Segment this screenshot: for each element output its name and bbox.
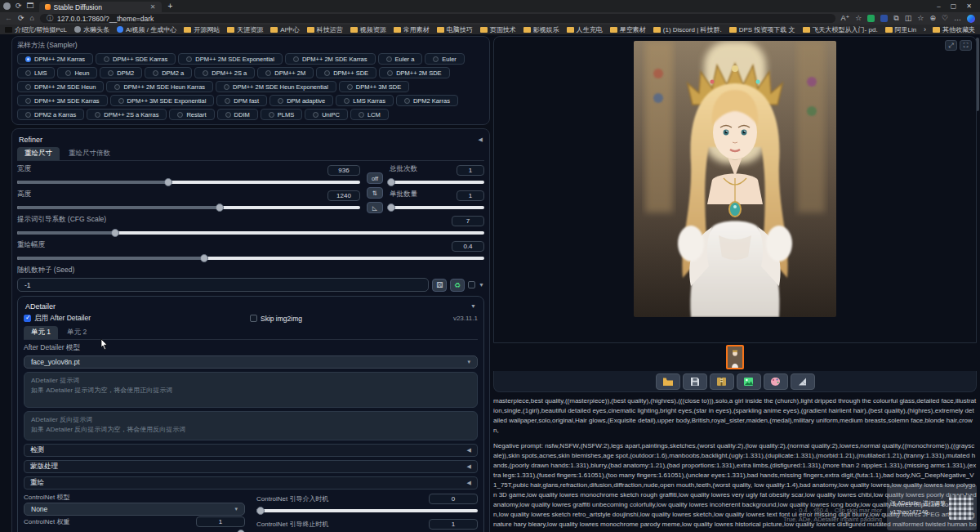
sampler-option[interactable]: DDIM — [217, 109, 258, 120]
sampler-option[interactable]: DPM++ 3M SDE Exponential — [110, 95, 215, 106]
bookmark-item[interactable]: DPS 投资项下载 文 — [729, 25, 795, 34]
bookmark-item[interactable]: AI视频 / 生成中心 — [117, 25, 176, 34]
seed-input[interactable]: -1 — [17, 278, 429, 292]
sampler-option[interactable]: PLMS — [261, 109, 302, 120]
sampler-option[interactable]: DPM++ 2M — [257, 67, 314, 78]
aspect-off-button[interactable]: off — [367, 172, 383, 184]
controlnet-start-input[interactable]: 0 — [429, 494, 478, 504]
maximize-button[interactable]: ▢ — [951, 2, 957, 10]
settings-more-icon[interactable]: … — [954, 15, 961, 22]
capture-icon[interactable]: ⊕ — [929, 15, 936, 22]
controlnet-model-dropdown[interactable]: None▾ — [24, 503, 245, 516]
extension-icon[interactable] — [880, 15, 888, 22]
bookmark-item[interactable]: 科技运营 — [307, 25, 343, 34]
cfg-slider[interactable] — [17, 231, 484, 235]
send-to-img2img-button[interactable] — [737, 373, 761, 390]
height-input[interactable]: 1240 — [327, 190, 360, 201]
tab-resize-to[interactable]: 重绘尺寸 — [17, 147, 60, 160]
controlnet-start-slider[interactable] — [256, 509, 478, 512]
sampler-option[interactable]: DPM++ SDE — [316, 67, 376, 78]
width-input[interactable]: 936 — [327, 165, 360, 176]
fullscreen-icon[interactable]: ⛶ — [960, 40, 972, 51]
generated-image[interactable] — [634, 41, 836, 317]
cfg-input[interactable]: 7 — [452, 216, 484, 226]
height-slider[interactable] — [17, 206, 360, 209]
sampler-option[interactable]: DPM++ 2S a — [194, 67, 255, 78]
swap-dimensions-icon[interactable]: ⇅ — [367, 187, 383, 199]
browser-tab[interactable]: Stable Diffusion ✕ — [39, 2, 162, 12]
extra-seed-checkbox[interactable] — [468, 281, 475, 288]
sampler-option[interactable]: DPM++ 2S a Karras — [87, 109, 167, 120]
controlnet-end-input[interactable]: 1 — [429, 519, 478, 530]
minimize-button[interactable]: – — [937, 2, 940, 10]
bookmark-item[interactable]: 介绍完/帮拍摄PcL — [5, 25, 67, 34]
bookmark-item[interactable]: 天涯资源 — [227, 25, 263, 34]
controlnet-weight-input[interactable]: 1 — [196, 516, 245, 527]
sampler-option[interactable]: LMS Karras — [336, 95, 394, 106]
bookmark-item[interactable]: 水獭头条 — [74, 25, 109, 34]
sampler-option[interactable]: DPM++ 2M Karras — [17, 53, 93, 65]
bookmark-item[interactable]: 页面技术 — [480, 25, 516, 34]
send-to-inpaint-button[interactable] — [764, 373, 788, 390]
close-window-button[interactable]: ✕ — [966, 2, 972, 10]
sampler-option[interactable]: Restart — [169, 109, 214, 120]
sampler-option[interactable]: DPM++ 3M SDE Karras — [17, 95, 108, 106]
sampler-option[interactable]: DPM++ 3M SDE — [339, 81, 409, 92]
new-tab-button[interactable]: + — [168, 2, 173, 11]
denoise-slider[interactable] — [17, 257, 484, 260]
inpainting-section-bar[interactable]: 重绘◀ — [24, 476, 478, 490]
sampler-option[interactable]: LCM — [350, 109, 389, 120]
save-zip-button[interactable] — [710, 373, 734, 390]
sampler-option[interactable]: DPM++ 2M SDE Exponential — [178, 53, 283, 65]
collections-icon[interactable]: ⧉ — [893, 15, 898, 22]
tab-unit-1[interactable]: 单元 1 — [24, 326, 58, 339]
sampler-option[interactable]: DPM adaptive — [270, 95, 333, 106]
width-slider[interactable] — [17, 181, 360, 184]
bookmark-item[interactable]: 星空素材 — [610, 25, 646, 34]
favorite-star-icon[interactable]: ☆ — [855, 15, 862, 22]
sampler-option[interactable]: DPM++ 2M SDE Heun — [17, 81, 104, 92]
sampler-option[interactable]: DPM++ SDE Karras — [96, 53, 176, 65]
adetailer-negative-textarea[interactable]: ADetailer 反向提示词 如果 ADetailer 反向提示词为空，将会使… — [24, 411, 478, 440]
favorites-bar-icon[interactable]: ☆ — [917, 15, 924, 22]
sampler-option[interactable]: DPM++ 2M SDE Heun Karras — [106, 81, 213, 92]
bookmark-item[interactable]: 阿里Linux训练环境. — [885, 25, 916, 34]
refiner-header[interactable]: Refiner◀ — [17, 133, 484, 145]
sampler-option[interactable]: LMS — [17, 67, 55, 78]
detect-size-icon[interactable]: ◺ — [367, 202, 383, 213]
split-screen-icon[interactable]: ◫ — [905, 15, 912, 22]
sampler-option[interactable]: DPM++ 2M SDE Heun Exponential — [216, 81, 336, 92]
save-image-button[interactable] — [683, 373, 707, 390]
other-favorites-folder[interactable]: 其他收藏夹 — [933, 25, 975, 34]
sampler-option[interactable]: UniPC — [305, 109, 348, 120]
tab-unit-2[interactable]: 单元 2 — [60, 326, 94, 339]
adetailer-prompt-textarea[interactable]: ADetailer 提示词 如果 ADetailer 提示词为空，将会使用正向提… — [24, 372, 478, 408]
adetailer-header[interactable]: ADetailer▼ — [24, 300, 478, 312]
batch-size-input[interactable]: 1 — [457, 190, 484, 201]
site-info-icon[interactable]: ⓘ — [47, 14, 53, 23]
send-to-extras-button[interactable] — [791, 373, 815, 390]
tab-actions-icon[interactable]: ⟳ — [16, 2, 22, 10]
tab-resize-by[interactable]: 重绘尺寸倍数 — [61, 147, 118, 160]
address-bar[interactable]: ⓘ 127.0.0.1:7860/?__theme=dark — [40, 14, 835, 23]
read-aloud-icon[interactable]: A⁺ — [841, 15, 850, 22]
profile-avatar-icon[interactable] — [3, 2, 11, 10]
expand-image-icon[interactable]: ⤢ — [945, 40, 957, 51]
enable-adetailer-checkbox[interactable]: 启用 After Detailer — [24, 314, 91, 324]
sampler-option[interactable]: DPM++ 2M SDE — [379, 67, 449, 78]
bookmarks-overflow-icon[interactable]: › — [924, 25, 926, 34]
skip-img2img-checkbox[interactable]: Skip img2img — [250, 315, 302, 323]
batch-count-slider[interactable] — [390, 181, 484, 184]
copilot-icon[interactable] — [967, 15, 975, 23]
sampler-option[interactable]: DPM fast — [216, 95, 267, 106]
home-icon[interactable]: ⌂ — [30, 15, 34, 22]
extension-icon[interactable] — [867, 15, 875, 22]
adetailer-model-dropdown[interactable]: face_yolov8n.pt▾ — [24, 355, 478, 369]
reuse-seed-recycle-icon[interactable]: ♻ — [450, 279, 465, 292]
bookmark-item[interactable]: 视频资源 — [350, 25, 386, 34]
sampler-option[interactable]: Euler a — [378, 53, 423, 65]
sampler-option[interactable]: DPM2 a — [145, 67, 192, 78]
image-thumbnail[interactable] — [726, 345, 744, 369]
bookmark-item[interactable]: 开源网站 — [184, 25, 220, 34]
sampler-option[interactable]: Euler — [425, 53, 465, 65]
